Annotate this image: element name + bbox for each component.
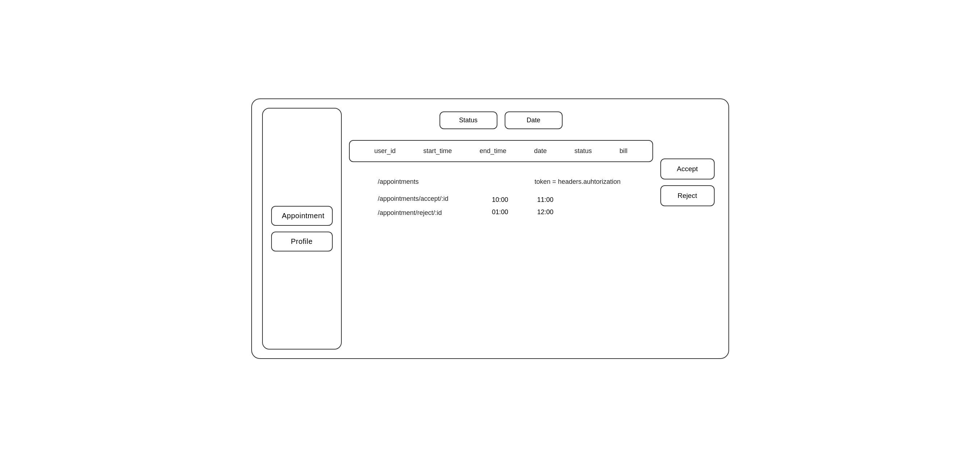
data-area: /appointments token = headers.auhtorizat… <box>349 169 653 223</box>
appointments-route: /appointments <box>378 176 419 187</box>
table-header: user_id start_time end_time date status … <box>349 140 653 162</box>
profile-nav-button[interactable]: Profile <box>271 232 333 251</box>
status-filter-button[interactable]: Status <box>439 111 498 129</box>
reject-button[interactable]: Reject <box>660 185 714 206</box>
reject-route: /appointment/reject/:id <box>378 208 449 218</box>
col-status: status <box>574 147 592 155</box>
right-panel: Accept Reject <box>660 108 718 349</box>
appointment-nav-button[interactable]: Appointment <box>271 206 333 226</box>
sidebar: Appointment Profile <box>262 108 342 349</box>
token-line: token = headers.auhtorization <box>535 176 621 187</box>
app-container: Appointment Profile Status Date user_id … <box>251 98 729 359</box>
times-left: 10:00 01:00 <box>492 194 508 218</box>
times-right: 11:00 12:00 <box>537 194 554 218</box>
main-content: Status Date user_id start_time end_time … <box>342 108 660 349</box>
col-date: date <box>534 147 547 155</box>
time-1000: 10:00 <box>492 194 508 206</box>
col-end-time: end_time <box>480 147 506 155</box>
col-bill: bill <box>619 147 627 155</box>
time-0100: 01:00 <box>492 206 508 218</box>
accept-route: /appointments/accept/:id <box>378 194 449 204</box>
time-1200: 12:00 <box>537 206 554 218</box>
col-start-time: start_time <box>423 147 452 155</box>
accept-button[interactable]: Accept <box>660 159 714 179</box>
filter-row: Status Date <box>349 108 653 133</box>
col-user-id: user_id <box>374 147 396 155</box>
time-1100: 11:00 <box>537 194 554 206</box>
date-filter-button[interactable]: Date <box>505 111 563 129</box>
